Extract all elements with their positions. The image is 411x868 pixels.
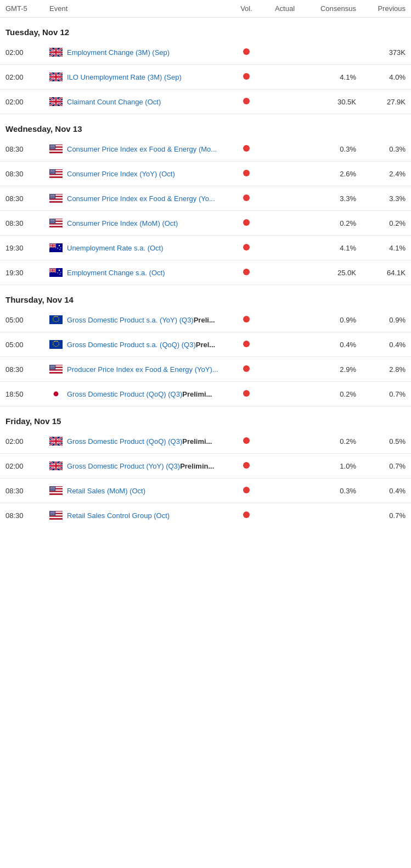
event-time: 08:30 (5, 219, 49, 227)
svg-point-30 (52, 147, 53, 147)
svg-point-163 (52, 222, 52, 223)
svg-point-191 (54, 316, 55, 318)
event-time: 08:30 (5, 487, 49, 495)
svg-rect-91 (49, 201, 63, 203)
event-name[interactable]: Retail Sales Control Group (Oct) (67, 511, 170, 520)
previous-value: 4.0% (362, 73, 406, 81)
flag-uk (49, 461, 63, 470)
svg-point-123 (52, 198, 53, 198)
event-cell: Producer Price Index ex Food & Energy (Y… (49, 365, 230, 374)
svg-point-22 (50, 146, 50, 147)
flag-us (49, 219, 63, 227)
event-cell: Consumer Price Index ex Food & Energy (M… (49, 144, 230, 153)
svg-point-304 (54, 511, 55, 512)
event-name[interactable]: Producer Price Index ex Food & Energy (Y… (67, 365, 218, 374)
svg-point-214 (51, 365, 52, 366)
consensus-value: 30.5K (307, 98, 362, 106)
svg-point-320 (54, 513, 54, 514)
consensus-value: 4.1% (307, 73, 362, 81)
svg-point-316 (50, 513, 51, 514)
svg-point-24 (52, 146, 52, 147)
event-name[interactable]: ILO Unemployment Rate (3M) (Sep) (67, 73, 182, 81)
svg-point-35 (52, 148, 52, 148)
consensus-value: 2.6% (307, 170, 362, 178)
svg-point-68 (54, 171, 55, 171)
event-name[interactable]: Employment Change s.a. (Oct) (67, 269, 165, 277)
svg-point-99 (50, 195, 51, 196)
svg-point-58 (50, 170, 51, 171)
svg-point-95 (52, 194, 52, 195)
svg-point-70 (52, 171, 52, 172)
svg-point-148 (53, 220, 53, 221)
event-name[interactable]: Claimant Count Change (Oct) (67, 98, 161, 106)
svg-point-261 (53, 487, 53, 487)
event-name[interactable]: Consumer Price Index ex Food & Energy (M… (67, 145, 217, 153)
event-name[interactable]: Retail Sales (MoM) (Oct) (67, 487, 145, 495)
vol-cell (230, 244, 263, 252)
svg-point-311 (51, 513, 52, 513)
svg-point-275 (50, 488, 51, 489)
svg-point-33 (50, 148, 50, 148)
svg-point-213 (50, 365, 50, 366)
svg-point-225 (51, 366, 52, 367)
svg-point-156 (50, 222, 50, 222)
svg-point-300 (51, 511, 52, 512)
event-name[interactable]: Gross Domestic Product (YoY) (Q3)Prelimi… (67, 462, 214, 470)
svg-point-40 (52, 148, 52, 149)
svg-point-185 (55, 321, 57, 322)
day-section: Thursday, Nov 14 (0, 285, 411, 308)
svg-point-94 (51, 194, 52, 195)
svg-rect-90 (49, 200, 63, 201)
red-dot-icon (243, 365, 250, 372)
svg-point-166 (54, 222, 54, 223)
event-name[interactable]: Consumer Price Index (YoY) (Oct) (67, 170, 175, 178)
header-consensus: Consensus (307, 4, 362, 13)
svg-point-240 (54, 368, 55, 369)
svg-point-17 (50, 146, 51, 146)
previous-value: 2.8% (362, 365, 406, 374)
svg-point-184 (57, 321, 58, 322)
svg-point-134 (50, 219, 50, 220)
event-time: 08:30 (5, 511, 49, 520)
day-section: Tuesday, Nov 12 (0, 18, 411, 40)
svg-point-162 (50, 222, 51, 223)
svg-point-286 (50, 490, 51, 491)
vol-cell (230, 219, 263, 227)
svg-point-151 (50, 221, 51, 221)
svg-point-238 (53, 368, 53, 369)
svg-point-19 (52, 146, 53, 146)
event-time: 05:00 (5, 316, 49, 324)
svg-point-119 (54, 197, 54, 198)
svg-point-290 (54, 490, 54, 491)
event-name[interactable]: Employment Change (3M) (Sep) (67, 48, 170, 57)
svg-point-55 (53, 170, 53, 170)
svg-point-63 (50, 171, 50, 171)
event-name[interactable]: Gross Domestic Product (QoQ) (Q3)Prelimi… (67, 437, 212, 446)
event-time: 05:00 (5, 341, 49, 349)
svg-point-67 (54, 171, 54, 171)
header-timezone: GMT-5 (5, 4, 49, 13)
event-row: 18:50 Gross Domestic Product (QoQ) (Q3)P… (0, 382, 411, 407)
svg-point-97 (54, 194, 54, 195)
svg-point-312 (52, 513, 52, 513)
event-name[interactable]: Consumer Price Index ex Food & Energy (Y… (67, 194, 215, 203)
svg-point-193 (55, 341, 57, 342)
svg-point-279 (54, 488, 54, 489)
event-name[interactable]: Unemployment Rate s.a. (Oct) (67, 244, 164, 252)
vol-cell (230, 98, 263, 106)
event-name[interactable]: Gross Domestic Product s.a. (QoQ) (Q3)Pr… (67, 341, 215, 349)
previous-value: 373K (362, 48, 406, 57)
event-row: 02:00 Claimant Count Change (Oct)30.5K27… (0, 90, 411, 114)
event-name[interactable]: Gross Domestic Product s.a. (YoY) (Q3)Pr… (67, 316, 215, 324)
svg-point-287 (52, 490, 52, 491)
svg-point-82 (52, 173, 53, 174)
svg-point-243 (52, 369, 53, 369)
svg-point-160 (54, 222, 54, 222)
event-name[interactable]: Consumer Price Index (MoM) (Oct) (67, 219, 178, 227)
vol-cell (230, 365, 263, 374)
svg-point-69 (50, 171, 51, 172)
event-name[interactable]: Gross Domestic Product (QoQ) (Q3)Prelimi… (67, 390, 212, 398)
svg-point-153 (52, 221, 53, 221)
svg-point-78 (54, 173, 54, 173)
consensus-value: 0.9% (307, 316, 362, 324)
